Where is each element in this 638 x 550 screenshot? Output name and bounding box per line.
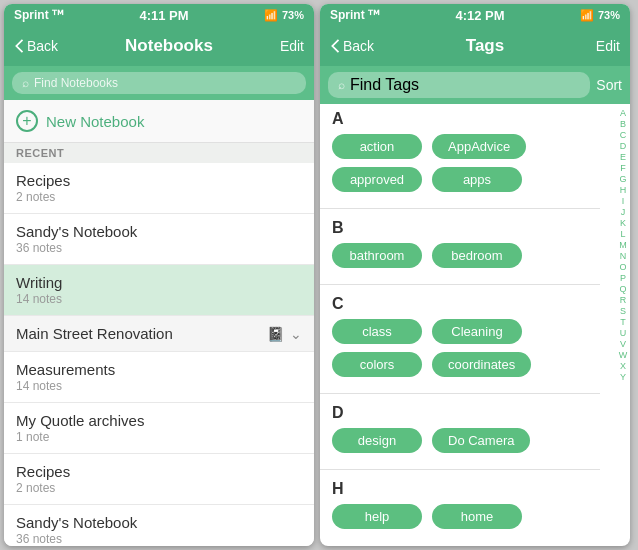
left-nav-title: Notebooks [125, 36, 213, 56]
alpha-letter-j[interactable]: J [621, 207, 626, 217]
item-subtitle: 14 notes [16, 379, 302, 393]
divider [320, 469, 600, 470]
tags-row: help home [332, 504, 588, 529]
item-subtitle: 2 notes [16, 190, 302, 204]
left-back-label: Back [27, 38, 58, 54]
list-item[interactable]: Recipes 2 notes [4, 163, 314, 214]
alpha-letter-m[interactable]: M [619, 240, 627, 250]
tag-design[interactable]: design [332, 428, 422, 453]
alpha-letter-p[interactable]: P [620, 273, 626, 283]
left-edit-button[interactable]: Edit [280, 38, 304, 54]
alpha-letter-d[interactable]: D [620, 141, 627, 151]
right-status-right: 📶 73% [580, 9, 620, 22]
tag-approved[interactable]: approved [332, 167, 422, 192]
item-subtitle-writing: 14 notes [16, 292, 302, 306]
list-item[interactable]: My Quotle archives 1 note [4, 403, 314, 454]
tag-action[interactable]: action [332, 134, 422, 159]
tags-content: A action AppAdvice approved apps B [320, 104, 630, 546]
alpha-letter-i[interactable]: I [622, 196, 625, 206]
right-edit-button[interactable]: Edit [596, 38, 620, 54]
alpha-letter-r[interactable]: R [620, 295, 627, 305]
tags-search-container[interactable]: ⌕ Find Tags [328, 72, 590, 98]
left-search-placeholder: Find Notebooks [34, 76, 118, 90]
alpha-letter-y[interactable]: Y [620, 372, 626, 382]
left-search-icon: ⌕ [22, 76, 29, 90]
alpha-letter-e[interactable]: E [620, 152, 626, 162]
alphabet-index[interactable]: ABCDEFGHIJKLMNOPQRSTUVWXY [616, 104, 630, 546]
list-item[interactable]: Sandy's Notebook 36 notes [4, 214, 314, 265]
tags-search-placeholder: Find Tags [350, 76, 419, 94]
chevron-down-icon: ⌄ [290, 326, 302, 342]
alpha-letter-h[interactable]: H [620, 185, 627, 195]
alpha-letter-q[interactable]: Q [619, 284, 626, 294]
tag-bedroom[interactable]: bedroom [432, 243, 522, 268]
item-subtitle: 36 notes [16, 532, 302, 546]
shared-notebook-title: Main Street Renovation [16, 325, 173, 342]
alpha-letter-u[interactable]: U [620, 328, 627, 338]
alpha-letter-v[interactable]: V [620, 339, 626, 349]
left-screen: Sprint ᵀᴹ 4:11 PM 📶 73% Back Notebooks E… [4, 4, 314, 546]
left-back-button[interactable]: Back [14, 38, 58, 54]
tag-home[interactable]: home [432, 504, 522, 529]
right-battery: 73% [598, 9, 620, 21]
tag-colors[interactable]: colors [332, 352, 422, 377]
left-status-bar: Sprint ᵀᴹ 4:11 PM 📶 73% [4, 4, 314, 26]
tags-section-c: C class Cleaning colors coordinates [320, 289, 600, 389]
item-title: Sandy's Notebook [16, 223, 302, 240]
left-status-right: 📶 73% [264, 9, 304, 22]
right-back-button[interactable]: Back [330, 38, 374, 54]
tag-cleaning[interactable]: Cleaning [432, 319, 522, 344]
list-item-writing[interactable]: Writing 14 notes [4, 265, 314, 316]
alpha-letter-f[interactable]: F [620, 163, 626, 173]
left-search-container[interactable]: ⌕ Find Notebooks [12, 72, 306, 94]
tags-section-h: H help home [320, 474, 600, 541]
alpha-letter-w[interactable]: W [619, 350, 628, 360]
alpha-letter-g[interactable]: G [619, 174, 626, 184]
shared-notebook-row[interactable]: Main Street Renovation 📓 ⌄ [4, 316, 314, 352]
sort-button[interactable]: Sort [596, 77, 622, 93]
alpha-letter-n[interactable]: N [620, 251, 627, 261]
new-notebook-label: New Notebook [46, 113, 144, 130]
tag-class[interactable]: class [332, 319, 422, 344]
section-letter-d: D [332, 404, 588, 422]
tags-search-icon: ⌕ [338, 78, 345, 92]
notebook-icon: 📓 [267, 326, 284, 342]
right-nav-title: Tags [466, 36, 504, 56]
tags-row: bathroom bedroom [332, 243, 588, 268]
alpha-letter-a[interactable]: A [620, 108, 626, 118]
section-letter-c: C [332, 295, 588, 313]
alpha-letter-t[interactable]: T [620, 317, 626, 327]
alpha-letter-b[interactable]: B [620, 119, 626, 129]
alpha-letter-o[interactable]: O [619, 262, 626, 272]
alpha-letter-s[interactable]: S [620, 306, 626, 316]
item-title: Recipes [16, 172, 302, 189]
alpha-letter-l[interactable]: L [620, 229, 625, 239]
item-title: Sandy's Notebook [16, 514, 302, 531]
tag-appadvice[interactable]: AppAdvice [432, 134, 526, 159]
item-title: Recipes [16, 463, 302, 480]
divider [320, 208, 600, 209]
alpha-letter-x[interactable]: X [620, 361, 626, 371]
alpha-letter-c[interactable]: C [620, 130, 627, 140]
right-screen: Sprint ᵀᴹ 4:12 PM 📶 73% Back Tags Edit ⌕… [320, 4, 630, 546]
left-time: 4:11 PM [139, 8, 188, 23]
tag-coordinates[interactable]: coordinates [432, 352, 531, 377]
tags-section-d: D design Do Camera [320, 398, 600, 465]
new-notebook-row[interactable]: + New Notebook [4, 100, 314, 143]
tag-help[interactable]: help [332, 504, 422, 529]
list-item[interactable]: Measurements 14 notes [4, 352, 314, 403]
item-subtitle: 2 notes [16, 481, 302, 495]
tag-docamera[interactable]: Do Camera [432, 428, 530, 453]
tags-list: A action AppAdvice approved apps B [320, 104, 616, 546]
tags-section-a: A action AppAdvice approved apps [320, 104, 600, 204]
tag-apps[interactable]: apps [432, 167, 522, 192]
tags-row: approved apps [332, 167, 588, 192]
left-bluetooth: 📶 [264, 9, 278, 22]
alpha-letter-k[interactable]: K [620, 218, 626, 228]
tag-bathroom[interactable]: bathroom [332, 243, 422, 268]
list-item[interactable]: Recipes 2 notes [4, 454, 314, 505]
item-title-writing: Writing [16, 274, 302, 291]
left-battery: 73% [282, 9, 304, 21]
list-item[interactable]: Sandy's Notebook 36 notes [4, 505, 314, 546]
tags-row: class Cleaning [332, 319, 588, 344]
